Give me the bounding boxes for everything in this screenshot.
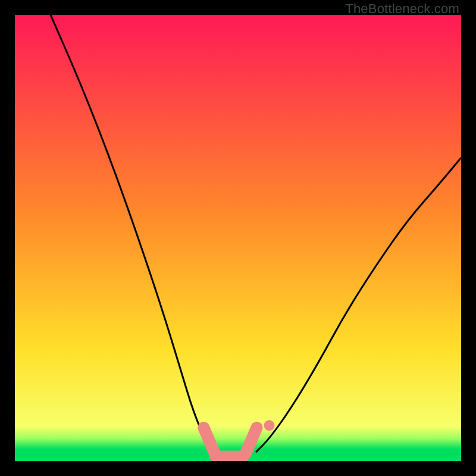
marker-right-bar — [245, 428, 257, 455]
marker-outlier-dot — [264, 420, 275, 431]
plot-area — [15, 15, 461, 461]
valley-markers — [203, 420, 274, 457]
curve-overlay — [15, 15, 461, 461]
chart-frame: TheBottleneck.com — [0, 0, 476, 476]
curve-right — [256, 158, 461, 452]
watermark-text: TheBottleneck.com — [345, 1, 459, 17]
curve-left — [51, 15, 214, 457]
marker-left-bar — [203, 428, 215, 455]
